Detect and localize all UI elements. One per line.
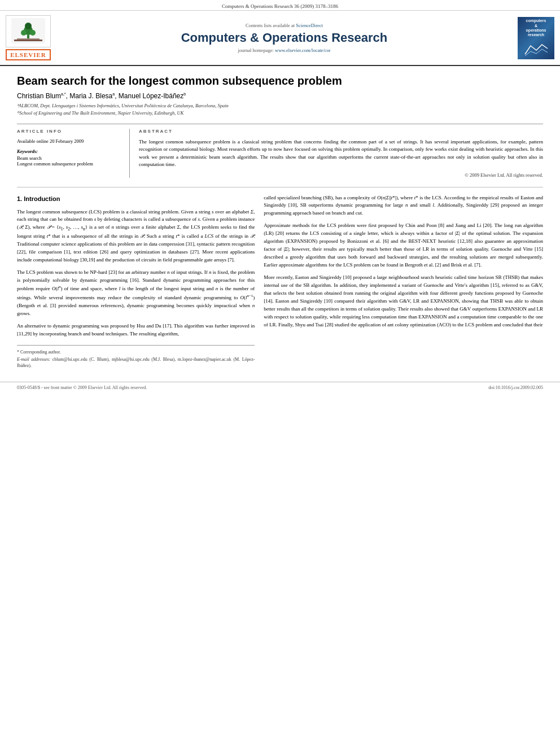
svg-point-4 (30, 30, 36, 36)
paper-title: Beam search for the longest common subse… (17, 75, 543, 88)
abstract-text: The longest common subsequence problem i… (139, 138, 543, 169)
svg-rect-7 (17, 38, 40, 40)
elsevier-tree-icon (11, 18, 45, 43)
intro-para-3: An alternative to dynamic programming wa… (17, 322, 255, 338)
volume-info: Computers & Operations Research 36 (2009… (0, 0, 560, 11)
intro-para-1: The longest common subsequence (LCS) pro… (17, 208, 255, 264)
homepage-url[interactable]: www.elsevier.com/locate/cor (275, 47, 331, 53)
footnote-star: * Corresponding author. (17, 349, 255, 355)
keywords-label: Keywords: (17, 148, 123, 154)
journal-homepage: journal homepage: www.elsevier.com/locat… (56, 47, 512, 53)
copyright-line: © 2009 Elsevier Ltd. All rights reserved… (139, 172, 543, 178)
contents-available-label: Contents lists available at ScienceDirec… (56, 23, 512, 28)
keyword-2: Longest common subsequence problem (17, 161, 123, 167)
bottom-bar: 0305-0548/$ - see front matter © 2009 El… (0, 382, 560, 393)
left-column: 1. Introduction The longest common subse… (17, 194, 255, 370)
article-info-abstract: ARTICLE INFO Available online 20 Februar… (17, 129, 543, 178)
abstract-heading: ABSTRACT (139, 129, 543, 134)
divider-2 (17, 187, 543, 187)
right-para-1: called specialized branching (SB), has a… (264, 194, 543, 218)
keywords: Keywords: Beam search Longest common sub… (17, 148, 123, 167)
abstract-column: ABSTRACT The longest common subsequence … (130, 129, 543, 178)
footnotes: * Corresponding author. E-mail addresses… (17, 345, 255, 369)
available-online: Available online 20 February 2009 (17, 138, 123, 144)
intro-para-2: The LCS problem was shown to be NP-hard … (17, 269, 255, 318)
section-1-heading: 1. Introduction (17, 194, 255, 204)
journal-cover-image: computers&operationsresearch (518, 17, 554, 59)
right-para-3: More recently, Easton and Singireddy [10… (264, 274, 543, 329)
right-column: called specialized branching (SB), has a… (264, 194, 543, 370)
article-info-column: ARTICLE INFO Available online 20 Februar… (17, 129, 130, 178)
keyword-1: Beam search (17, 155, 123, 161)
journal-title-block: Contents lists available at ScienceDirec… (51, 23, 518, 53)
svg-rect-6 (14, 40, 42, 41)
paper-content: Beam search for the longest common subse… (0, 66, 560, 382)
cover-decoration (522, 40, 550, 57)
body-columns: 1. Introduction The longest common subse… (17, 194, 543, 370)
journal-name: Computers & Operations Research (56, 30, 512, 45)
doi-line: doi:10.1016/j.cor.2009.02.005 (488, 385, 543, 390)
elsevier-wordmark: ELSEVIER (6, 49, 51, 60)
sciencedirect-link[interactable]: ScienceDirect (296, 23, 323, 28)
issn-line: 0305-0548/$ - see front matter © 2009 El… (17, 385, 147, 390)
authors-line: Christian Bluma,*, Maria J. Blesaa, Manu… (17, 92, 543, 100)
journal-header: ELSEVIER Contents lists available at Sci… (0, 11, 560, 66)
elsevier-logo: ELSEVIER (6, 15, 51, 60)
article-info-heading: ARTICLE INFO (17, 129, 123, 134)
right-para-2: Approximate methods for the LCS problem … (264, 222, 543, 269)
svg-point-5 (25, 23, 32, 29)
affiliations: ᵃALBCOM, Dept. Llenguatges i Sistemes In… (17, 102, 543, 117)
divider-1 (17, 124, 543, 124)
footnote-emails: E-mail addresses: cblum@lsi.upc.edu (C. … (17, 356, 255, 369)
svg-point-3 (21, 30, 27, 36)
